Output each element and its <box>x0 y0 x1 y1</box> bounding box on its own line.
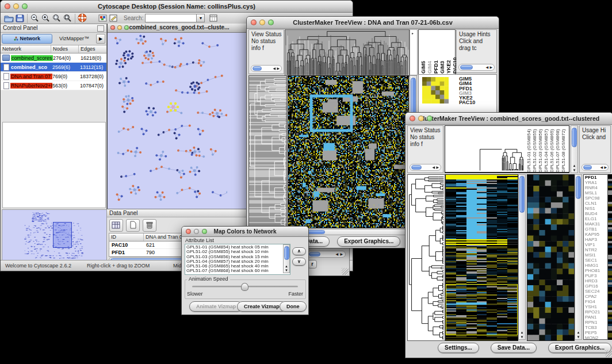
tv1-column-label[interactable]: YKE2 <box>446 31 452 74</box>
move-down-button[interactable]: ∨ <box>292 258 306 266</box>
minimize-button[interactable] <box>13 3 19 9</box>
tv2-gene-label[interactable]: KAP95 <box>585 232 607 237</box>
zoom-window-button[interactable] <box>124 25 129 30</box>
done-button[interactable]: Done <box>280 301 307 312</box>
treeview2-title-bar[interactable]: ClusterMaker TreeView : combined_scores_… <box>406 113 612 125</box>
network-table-row[interactable]: DNA and Tran 07769(0)183728(0) <box>1 72 106 81</box>
tv2-gene-label[interactable]: PHO81 <box>585 268 607 273</box>
attribute-list-scrollbar[interactable]: ▲▼ <box>283 244 290 273</box>
tv2-gene-label[interactable]: NTR2 <box>585 247 607 252</box>
vizmap-icon[interactable] <box>97 13 108 23</box>
speed-slider-thumb[interactable] <box>241 283 248 291</box>
tv2-detail-heatmap[interactable] <box>527 174 575 341</box>
close-button[interactable] <box>5 3 10 9</box>
tv2-gene-label[interactable]: SEC24 <box>585 289 607 294</box>
dialog-title-bar[interactable]: Map Colors to Network <box>182 227 308 237</box>
zoom-selected-icon[interactable] <box>51 13 62 23</box>
partial-window-scrollbar[interactable]: ◀▶ <box>307 251 346 258</box>
zoom-window-button[interactable] <box>268 20 274 25</box>
zoom-in-icon[interactable] <box>40 13 51 23</box>
tv2-gene-label[interactable]: YSH1 <box>585 304 607 309</box>
network-window-title-bar[interactable]: combined_scores_good.txt--cluste... <box>108 24 251 33</box>
tv1-usage-hints-scrollbar[interactable]: ◀▶ <box>458 64 495 71</box>
tv2-gene-label[interactable]: SPC98 <box>585 196 607 201</box>
treeview1-title-bar[interactable]: ClusterMaker TreeView : DNA and Tran 07-… <box>247 17 499 29</box>
close-button[interactable] <box>251 20 257 25</box>
resize-grip[interactable] <box>342 268 349 275</box>
tv2-gene-label[interactable]: CLN1 <box>585 201 607 206</box>
tv2-global-vscrollbar[interactable]: ▲▼ <box>518 174 526 340</box>
tv2-settings-button[interactable]: Settings... <box>438 343 479 353</box>
minimize-button[interactable] <box>117 25 122 30</box>
tv2-gene-label[interactable]: TCB3 <box>585 325 607 330</box>
tv2-column-label[interactable]: GPL51-08 (GSM872) <box>561 127 566 173</box>
tv2-view-status-scrollbar[interactable]: ◀▶ <box>410 164 441 171</box>
tv1-detail-matrix[interactable] <box>422 77 449 104</box>
tv2-column-label[interactable]: GPL51-03 (GSM856) <box>538 127 543 173</box>
tv2-gene-label[interactable]: YRA1 <box>585 180 607 185</box>
tv2-column-dendrogram[interactable] <box>445 126 525 171</box>
zoom-window-button[interactable] <box>202 229 207 234</box>
tv2-gene-label[interactable]: NIS1 <box>585 206 607 211</box>
tv2-gene-label[interactable]: MSL1 <box>585 190 607 196</box>
tv2-row-dendrogram[interactable] <box>407 174 445 341</box>
tv2-gene-label[interactable]: MON2 <box>585 335 607 340</box>
delete-attribute-trash-icon[interactable] <box>143 219 156 232</box>
attribute-list-item[interactable]: GPL51-07 (GSM868) heat shock 60 min <box>185 269 290 273</box>
new-attribute-icon[interactable] <box>126 219 140 232</box>
tab-overflow-arrow[interactable]: ▶ <box>96 34 105 44</box>
save-icon[interactable] <box>14 13 25 23</box>
tv1-export-graphics-button[interactable]: Export Graphics... <box>337 236 400 247</box>
tv2-column-label[interactable]: GPL51-07 (GSM868) <box>555 127 560 173</box>
tv1-column-label[interactable]: GIM5 <box>420 31 426 74</box>
annotation-icon[interactable] <box>108 13 119 23</box>
tv1-view-status-scrollbar[interactable]: ◀▶ <box>251 65 282 72</box>
tab-network[interactable]: Network <box>2 34 52 44</box>
tv2-gene-label[interactable]: MAK31 <box>585 221 607 227</box>
tv2-gene-label[interactable]: GPI16 <box>585 283 607 289</box>
network-canvas[interactable] <box>109 33 227 205</box>
tv2-gene-label[interactable]: ELG1 <box>585 216 607 221</box>
tv2-detail-vscrollbar[interactable]: ▲▼ <box>575 174 582 340</box>
tv2-gene-label[interactable]: BUD4 <box>585 211 607 216</box>
tv2-gene-label[interactable]: GTB1 <box>585 227 607 232</box>
tv2-gene-label[interactable]: PFD1 <box>585 175 607 180</box>
tv2-gene-label[interactable]: CPA2 <box>585 294 607 299</box>
close-button[interactable] <box>410 116 415 121</box>
tv2-gene-label[interactable]: HRD3 <box>585 278 607 283</box>
tv2-collabel-scrollbar[interactable]: ▲▼ <box>571 125 578 173</box>
zoom-window-button[interactable] <box>427 116 433 121</box>
network-table-row[interactable]: combined_sco2569(6)13112(15) <box>1 63 106 72</box>
close-button[interactable] <box>186 229 191 234</box>
tv1-column-label[interactable]: GIM4 <box>427 31 433 74</box>
tv1-heatmap[interactable] <box>288 75 409 228</box>
tv2-gene-label[interactable]: PUF3 <box>585 273 607 278</box>
tab-vizmapper[interactable]: VizMapper™ <box>52 35 96 43</box>
main-title-bar[interactable]: Cytoscape Desktop (Session Name: collins… <box>1 1 353 13</box>
tv2-column-label[interactable]: GPL51-06 (GSM865) <box>549 127 554 173</box>
minimize-button[interactable] <box>259 20 265 25</box>
move-up-button[interactable]: ∧ <box>292 247 306 255</box>
search-input[interactable] <box>145 14 197 22</box>
tv2-gene-label[interactable]: RPN1 <box>585 320 607 325</box>
network-table-row[interactable]: RNAPuberNov2+I563(0)107847(0) <box>1 81 106 90</box>
help-lifering-icon[interactable] <box>77 13 88 23</box>
tv1-row-label[interactable]: PAC10 <box>459 100 475 105</box>
zoom-fit-icon[interactable] <box>62 13 73 23</box>
open-file-icon[interactable] <box>3 13 14 23</box>
tv2-save-data-button[interactable]: Save Data... <box>491 343 537 353</box>
tv2-gene-label[interactable]: SEC1 <box>585 258 607 263</box>
tv2-gene-label[interactable]: RNR4 <box>585 185 607 190</box>
tv1-row-dendrogram[interactable] <box>248 75 287 228</box>
close-button[interactable] <box>110 25 115 30</box>
float-panel-icon[interactable] <box>97 25 104 32</box>
tv2-gene-label[interactable]: VIP1 <box>585 242 607 247</box>
tv2-gene-label[interactable]: PEP5 <box>585 330 607 335</box>
tv2-global-heatmap[interactable] <box>445 174 518 341</box>
attribute-grid-icon[interactable] <box>109 219 123 232</box>
tv2-gene-label[interactable]: RPO21 <box>585 309 607 315</box>
tv2-column-label[interactable]: GPL51-02 (GSM855) <box>532 127 537 173</box>
search-dropdown-arrow[interactable]: ▼ <box>197 14 205 22</box>
tv2-gene-label[interactable]: PAN1 <box>585 315 607 320</box>
create-vizmap-button[interactable]: Create Vizmap <box>237 301 286 312</box>
